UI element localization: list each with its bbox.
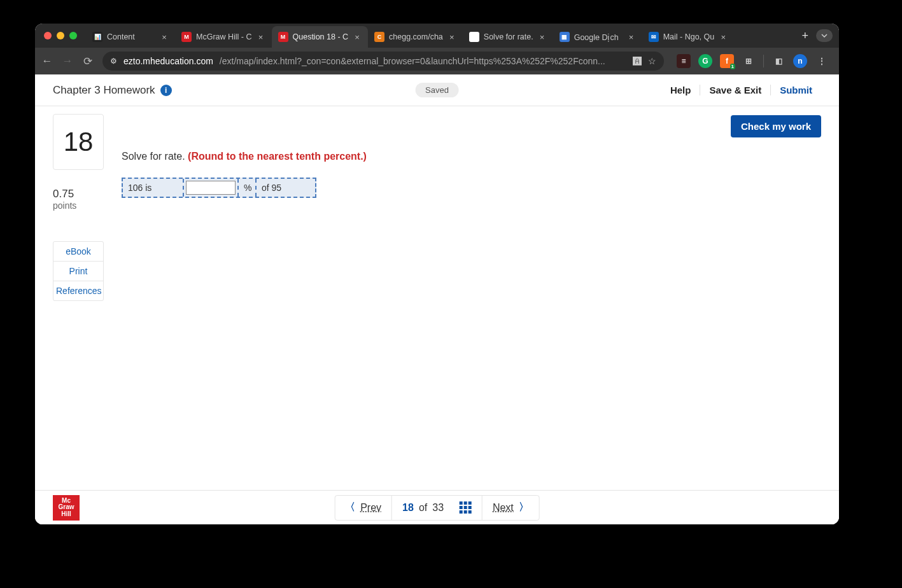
sidepanel-icon[interactable]: ◧: [772, 54, 786, 68]
favicon: M: [278, 32, 288, 42]
browser-tab[interactable]: ▦Google Dịch×: [553, 26, 642, 48]
points-label: points: [53, 200, 104, 211]
translate-icon[interactable]: 🅰: [633, 56, 642, 66]
check-my-work-button[interactable]: Check my work: [731, 115, 821, 137]
url-host: ezto.mheducation.com: [123, 56, 213, 66]
assignment-title: Chapter 3 Homework: [53, 84, 155, 97]
minimize-window-icon[interactable]: [57, 32, 64, 39]
header-actions: Help Save & Exit Submit: [661, 85, 821, 95]
favicon: G: [469, 32, 479, 42]
divider: [763, 55, 764, 67]
close-window-icon[interactable]: [44, 32, 52, 39]
browser-tab[interactable]: Cchegg.com/cha×: [368, 26, 463, 48]
references-link[interactable]: References: [53, 281, 103, 300]
address-bar: ← → ⟳ ⚙ ezto.mheducation.com/ext/map/ind…: [35, 48, 839, 74]
next-label: Next: [493, 502, 514, 514]
extension-icon-1[interactable]: ≡: [677, 54, 691, 68]
equation-row: 106 is % of 95: [122, 178, 316, 198]
print-link[interactable]: Print: [53, 262, 103, 281]
next-button[interactable]: Next 〉: [483, 496, 539, 520]
extensions-area: ≡ G f1 ⊞ ◧ n ⋮: [673, 54, 833, 68]
ebook-link[interactable]: eBook: [53, 242, 103, 262]
save-exit-button[interactable]: Save & Exit: [700, 85, 771, 95]
browser-window: 📊Content×MMcGraw Hill - C×MQuestion 18 -…: [35, 24, 839, 524]
info-icon[interactable]: i: [160, 85, 172, 96]
maximize-window-icon[interactable]: [69, 32, 77, 39]
page-indicator: 18 of 33: [392, 496, 483, 520]
tab-overflow-button[interactable]: [816, 29, 833, 42]
close-tab-icon[interactable]: ×: [257, 32, 265, 41]
tab-title: chegg.com/cha: [389, 32, 443, 41]
back-button[interactable]: ←: [41, 55, 53, 67]
extensions-menu-icon[interactable]: ⊞: [742, 54, 756, 68]
close-tab-icon[interactable]: ×: [447, 32, 456, 41]
question-prompt: Solve for rate. (Round to the nearest te…: [122, 151, 821, 162]
question-number: 18: [53, 114, 104, 170]
close-tab-icon[interactable]: ×: [719, 32, 728, 41]
tab-title: McGraw Hill - C: [196, 32, 252, 41]
browser-tab[interactable]: MQuestion 18 - C×: [272, 26, 369, 48]
question-sidebar: 18 0.75 points eBook Print References: [53, 114, 104, 301]
site-settings-icon[interactable]: ⚙: [110, 57, 117, 66]
saved-badge: Saved: [415, 83, 459, 97]
tab-title: Mail - Ngo, Qu: [663, 32, 715, 41]
of-label: of: [419, 502, 427, 514]
favicon: M: [181, 32, 192, 42]
extension-icon-3[interactable]: f1: [720, 54, 734, 68]
prompt-round: (Round to the nearest tenth percent.): [188, 151, 367, 162]
chrome-menu-icon[interactable]: ⋮: [815, 54, 829, 68]
close-tab-icon[interactable]: ×: [160, 32, 169, 41]
footer-bar: Mc Graw Hill 〈 Prev 18 of 33 Next: [35, 490, 839, 524]
browser-tab[interactable]: ✉Mail - Ngo, Qu×: [642, 26, 735, 48]
profile-avatar[interactable]: n: [793, 54, 807, 68]
eq-percent: %: [239, 179, 257, 197]
tab-title: Google Dịch: [574, 32, 623, 42]
close-tab-icon[interactable]: ×: [353, 32, 362, 41]
window-controls: [41, 32, 82, 39]
side-actions: eBook Print References: [53, 241, 104, 301]
points-value: 0.75: [53, 188, 104, 200]
eq-left: 106 is: [123, 179, 184, 197]
help-button[interactable]: Help: [661, 85, 701, 95]
tabs-container: 📊Content×MMcGraw Hill - C×MQuestion 18 -…: [86, 24, 794, 48]
question-pager: 〈 Prev 18 of 33 Next 〉: [334, 495, 540, 521]
submit-button[interactable]: Submit: [771, 85, 821, 95]
forward-button[interactable]: →: [62, 55, 73, 67]
current-page: 18: [402, 502, 414, 514]
new-tab-button[interactable]: +: [794, 29, 816, 43]
tab-title: Solve for rate.: [484, 32, 533, 41]
mcgraw-hill-logo: Mc Graw Hill: [53, 495, 80, 521]
grid-icon[interactable]: [460, 501, 472, 514]
reload-button[interactable]: ⟳: [82, 55, 94, 68]
url-field[interactable]: ⚙ ezto.mheducation.com/ext/map/index.htm…: [102, 52, 664, 71]
url-path: /ext/map/index.html?_con=con&external_br…: [220, 56, 626, 66]
main-area: 18 0.75 points eBook Print References So…: [35, 106, 839, 301]
tab-title: Content: [107, 32, 155, 41]
points-block: 0.75 points: [53, 188, 104, 211]
browser-tab[interactable]: MMcGraw Hill - C×: [175, 26, 272, 48]
prev-label: Prev: [360, 502, 381, 514]
question-body: Solve for rate. (Round to the nearest te…: [122, 114, 821, 301]
tab-strip: 📊Content×MMcGraw Hill - C×MQuestion 18 -…: [35, 24, 839, 48]
eq-right: of 95: [257, 179, 315, 197]
favicon: ✉: [649, 32, 659, 42]
rate-input[interactable]: [186, 181, 236, 195]
browser-tab[interactable]: GSolve for rate.×: [463, 26, 553, 48]
favicon: 📊: [92, 32, 102, 42]
prompt-text: Solve for rate.: [122, 151, 188, 162]
browser-tab[interactable]: 📊Content×: [86, 26, 175, 48]
assignment-header: Chapter 3 Homework i Saved Help Save & E…: [35, 74, 839, 106]
close-tab-icon[interactable]: ×: [627, 32, 636, 41]
favicon: C: [374, 32, 384, 42]
close-tab-icon[interactable]: ×: [538, 32, 547, 41]
logo-line3: Hill: [61, 511, 71, 518]
chevron-left-icon: 〈: [345, 501, 355, 514]
prev-button[interactable]: 〈 Prev: [335, 496, 392, 520]
total-pages: 33: [432, 502, 444, 514]
bookmark-icon[interactable]: ☆: [648, 56, 656, 66]
favicon: ▦: [560, 32, 570, 42]
page-content: Chapter 3 Homework i Saved Help Save & E…: [35, 74, 839, 524]
tab-title: Question 18 - C: [293, 32, 349, 41]
chevron-right-icon: 〉: [519, 501, 529, 514]
grammarly-icon[interactable]: G: [698, 54, 712, 68]
